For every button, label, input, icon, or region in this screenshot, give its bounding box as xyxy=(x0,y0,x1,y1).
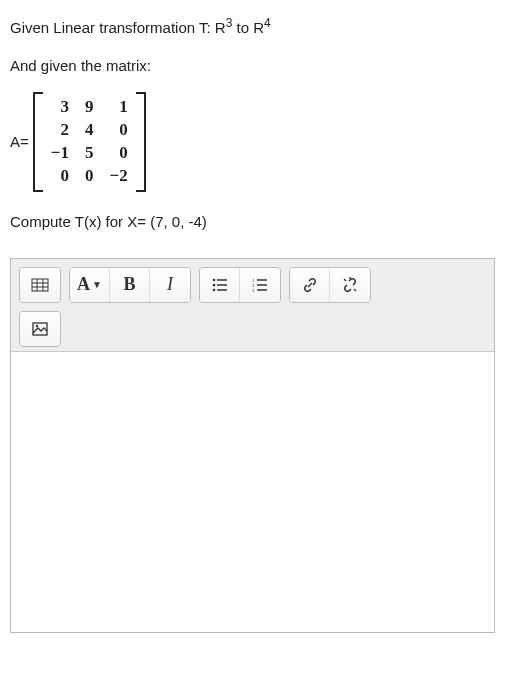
link-icon xyxy=(301,276,319,294)
matrix-cell: 0 xyxy=(101,142,135,165)
matrix-cell: 1 xyxy=(101,96,135,119)
italic-button[interactable]: I xyxy=(150,268,190,302)
matrix-row: 0 0 −2 xyxy=(43,165,136,188)
matrix-cell: 0 xyxy=(77,165,102,188)
bold-button[interactable]: B xyxy=(110,268,150,302)
bold-label: B xyxy=(123,274,135,295)
matrix-cell: −1 xyxy=(43,142,77,165)
matrix-cell: 2 xyxy=(43,119,77,142)
q1-prefix: Given Linear transformation T: R xyxy=(10,19,226,36)
matrix-cell: 3 xyxy=(43,96,77,119)
italic-label: I xyxy=(167,274,173,295)
matrix-table: 3 9 1 2 4 0 −1 5 0 0 0 −2 xyxy=(43,96,136,188)
matrix-cell: 4 xyxy=(77,119,102,142)
unordered-list-button[interactable] xyxy=(200,268,240,302)
editor-textarea[interactable] xyxy=(11,352,494,632)
image-button[interactable] xyxy=(20,312,60,346)
source-button[interactable] xyxy=(20,268,60,302)
rich-text-editor: A ▼ B I 1 2 3 xyxy=(10,258,495,633)
unlink-button[interactable] xyxy=(330,268,370,302)
matrix-block: A= 3 9 1 2 4 0 −1 5 0 0 xyxy=(10,92,495,192)
matrix-cell: 9 xyxy=(77,96,102,119)
chevron-down-icon: ▼ xyxy=(92,279,102,290)
matrix-row: 3 9 1 xyxy=(43,96,136,119)
tool-group-source xyxy=(19,267,61,303)
tool-group-image xyxy=(19,311,61,347)
svg-rect-0 xyxy=(32,279,48,291)
q1-sup2: 4 xyxy=(264,16,271,30)
editor-toolbar: A ▼ B I 1 2 3 xyxy=(11,259,494,352)
unlink-icon xyxy=(341,276,359,294)
matrix-cell: 0 xyxy=(43,165,77,188)
question-block: Given Linear transformation T: R3 to R4 … xyxy=(10,14,495,234)
svg-point-5 xyxy=(212,278,215,281)
tool-group-font: A ▼ B I xyxy=(69,267,191,303)
svg-text:3: 3 xyxy=(252,288,255,293)
ordered-list-button[interactable]: 1 2 3 xyxy=(240,268,280,302)
matrix-bracket: 3 9 1 2 4 0 −1 5 0 0 0 −2 xyxy=(33,92,146,192)
toolbar-row-2 xyxy=(19,311,486,347)
unordered-list-icon xyxy=(211,276,229,294)
ordered-list-icon: 1 2 3 xyxy=(251,276,269,294)
question-line-1: Given Linear transformation T: R3 to R4 xyxy=(10,14,495,40)
question-line-3: Compute T(x) for X= (7, 0, -4) xyxy=(10,210,495,234)
font-label: A xyxy=(77,274,90,295)
matrix-cell: −2 xyxy=(101,165,135,188)
link-button[interactable] xyxy=(290,268,330,302)
matrix-label: A= xyxy=(10,130,29,154)
tool-group-lists: 1 2 3 xyxy=(199,267,281,303)
svg-line-18 xyxy=(354,289,356,291)
tool-group-link xyxy=(289,267,371,303)
svg-line-17 xyxy=(344,279,346,281)
source-grid-icon xyxy=(31,276,49,294)
svg-point-21 xyxy=(36,325,38,327)
svg-point-7 xyxy=(212,283,215,286)
matrix-row: −1 5 0 xyxy=(43,142,136,165)
image-icon xyxy=(31,320,49,338)
font-color-button[interactable]: A ▼ xyxy=(70,268,110,302)
q1-mid: to R xyxy=(232,19,264,36)
matrix-cell: 5 xyxy=(77,142,102,165)
question-line-2: And given the matrix: xyxy=(10,54,495,78)
matrix-row: 2 4 0 xyxy=(43,119,136,142)
matrix-cell: 0 xyxy=(101,119,135,142)
svg-point-9 xyxy=(212,288,215,291)
